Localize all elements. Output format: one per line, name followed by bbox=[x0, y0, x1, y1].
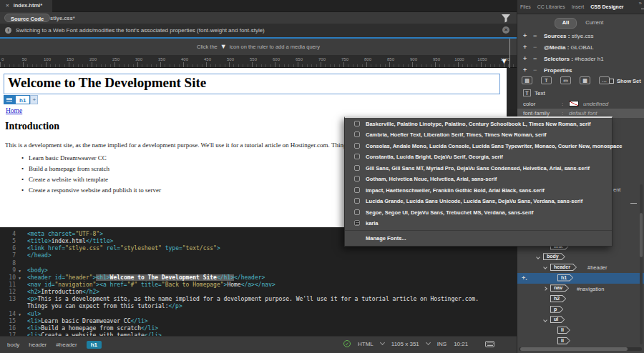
chevron-down-icon[interactable] bbox=[543, 266, 547, 270]
close-tab-icon[interactable]: × bbox=[6, 2, 9, 9]
dom-tree-row-li[interactable]: li bbox=[517, 326, 644, 337]
code-line[interactable]: 11<nav id="navigation"><a href="#" title… bbox=[0, 282, 517, 289]
tag-selector-item[interactable]: body bbox=[7, 342, 19, 348]
viewport-size[interactable]: 1105 x 351 bbox=[391, 341, 419, 347]
font-stack-option[interactable]: Segoe, Segoe UI, DejaVu Sans, Trebuchet … bbox=[345, 207, 612, 218]
font-checkbox-icon[interactable] bbox=[354, 198, 360, 204]
page-heading[interactable]: Welcome to The Development Site bbox=[8, 75, 206, 91]
code-line[interactable]: Things you can expect from this tutorial… bbox=[0, 303, 517, 310]
dom-tag-badge[interactable]: header bbox=[550, 264, 577, 271]
layout-properties-icon[interactable]: ▤ bbox=[522, 76, 532, 84]
code-line[interactable]: 16<li>Build a homepage from scratch</li> bbox=[0, 325, 517, 332]
dom-tree-row-h1[interactable]: +.h1 bbox=[517, 273, 644, 284]
tag-selector-item[interactable]: #header bbox=[56, 342, 77, 348]
border-properties-icon[interactable]: ▭ bbox=[560, 76, 571, 84]
chevron-down-icon[interactable] bbox=[536, 255, 540, 259]
text-properties-icon[interactable]: T bbox=[541, 76, 552, 84]
dom-add-element-icon[interactable]: +. bbox=[522, 274, 527, 282]
dom-tag-badge[interactable]: li bbox=[557, 337, 570, 344]
chevron-right-icon[interactable] bbox=[543, 287, 547, 291]
code-line[interactable]: 7</head> bbox=[0, 252, 517, 259]
font-stack-option[interactable]: Lucida Grande, Lucida Sans Unicode, Luci… bbox=[345, 196, 612, 207]
dom-tag-badge[interactable]: nav bbox=[550, 284, 569, 292]
font-checkbox-icon[interactable] bbox=[354, 165, 360, 171]
remove-property-icon[interactable]: − bbox=[533, 66, 537, 74]
panel-tab-css-designer[interactable]: CSS Designer bbox=[590, 4, 623, 9]
element-tag-label[interactable]: h1 bbox=[15, 95, 30, 104]
list-item[interactable]: Create a website with template bbox=[21, 176, 161, 187]
preview-device-icon[interactable] bbox=[485, 341, 494, 347]
list-item[interactable]: Learn basic Dreamweaver CC bbox=[21, 154, 161, 165]
collapse-panels-icon[interactable]: » bbox=[639, 0, 642, 6]
manage-fonts-option[interactable]: Manage Fonts... bbox=[345, 232, 612, 243]
code-line[interactable]: 15<li>Learn basic Dreamweaver CC</li> bbox=[0, 318, 517, 325]
list-item[interactable]: Create a responsive website and publish … bbox=[21, 187, 161, 197]
dom-tree-row-li[interactable]: li bbox=[517, 336, 644, 347]
web-font-icon[interactable] bbox=[354, 220, 360, 226]
sources-label[interactable]: Sources : stlye.css bbox=[544, 33, 593, 39]
selectors-label[interactable]: Selectors : #header h1 bbox=[544, 56, 604, 62]
dom-tag-badge[interactable]: p bbox=[550, 306, 563, 313]
panel-tab-cc-libraries[interactable]: CC Libraries bbox=[537, 4, 565, 9]
font-stack-option[interactable]: Gill Sans, Gill Sans MT, Myriad Pro, Dej… bbox=[345, 162, 612, 174]
dom-tag-badge[interactable]: h1 bbox=[557, 274, 573, 282]
add-property-icon[interactable]: + bbox=[523, 66, 527, 74]
doctype-chevron-icon[interactable] bbox=[380, 340, 385, 345]
panel-tab-insert[interactable]: Insert bbox=[572, 4, 585, 9]
tag-selector-item[interactable]: header bbox=[29, 342, 47, 348]
scope-all-button[interactable]: All bbox=[555, 18, 577, 29]
element-add-icon[interactable]: + bbox=[30, 95, 38, 104]
dismiss-notification-icon[interactable]: × bbox=[502, 26, 509, 34]
font-checkbox-icon[interactable] bbox=[354, 131, 360, 137]
code-fold-icon[interactable]: ▼ bbox=[19, 311, 21, 318]
font-checkbox-icon[interactable] bbox=[354, 154, 360, 159]
horizontal-ruler[interactable]: 0501001502002503003504004505005506006507… bbox=[0, 55, 517, 68]
viewport-edge-line[interactable] bbox=[509, 39, 510, 68]
introduction-heading[interactable]: Introduction bbox=[5, 121, 59, 132]
font-stack-option[interactable]: Impact, Haettenschweiler, Franklin Gothi… bbox=[345, 184, 612, 196]
code-fold-icon[interactable]: ▼ bbox=[19, 274, 21, 282]
font-stack-option[interactable]: Consolas, Andale Mono, Lucida Console, L… bbox=[345, 140, 612, 151]
panel-tab-files[interactable]: Files bbox=[520, 4, 531, 9]
font-stack-option[interactable]: Cambria, Hoefler Text, Liberation Serif,… bbox=[345, 129, 612, 141]
scope-current-button[interactable]: Current bbox=[581, 18, 608, 29]
show-set-checkbox[interactable] bbox=[609, 79, 614, 84]
dom-tag-badge[interactable]: h2 bbox=[550, 295, 566, 302]
add-source-icon[interactable]: + bbox=[523, 32, 527, 39]
code-line[interactable]: 14▼<ul> bbox=[0, 311, 517, 318]
add-selector-icon[interactable]: + bbox=[523, 55, 527, 62]
dom-tree-row-h2[interactable]: h2 bbox=[517, 294, 644, 304]
web-font-option-karla[interactable]: karla bbox=[345, 218, 612, 229]
show-set-toggle[interactable]: Show Set bbox=[609, 78, 641, 84]
add-media-query-icon[interactable]: ▼ bbox=[500, 57, 508, 65]
dom-tree-row-ul[interactable]: ul bbox=[517, 315, 644, 326]
font-checkbox-icon[interactable] bbox=[354, 121, 360, 126]
doctype-label[interactable]: HTML bbox=[358, 341, 374, 347]
element-menu-icon[interactable] bbox=[4, 95, 15, 104]
properties-label[interactable]: Properties bbox=[544, 67, 572, 74]
dom-tree-row-p[interactable]: p bbox=[517, 304, 644, 315]
color-swatch-none[interactable] bbox=[569, 101, 579, 106]
code-line[interactable]: 12<h2>Introduction</h2> bbox=[0, 289, 517, 296]
media-label[interactable]: @Media : GLOBAL bbox=[544, 44, 594, 51]
font-stack-option[interactable]: Constantia, Lucida Bright, DejaVu Serif,… bbox=[345, 151, 612, 163]
dom-tag-badge[interactable]: ul bbox=[550, 316, 565, 323]
more-properties-icon[interactable]: … bbox=[599, 76, 610, 84]
code-line[interactable]: 8 bbox=[0, 260, 517, 267]
font-checkbox-icon[interactable] bbox=[354, 143, 360, 149]
code-line[interactable]: 13<p>This is a development site, as the … bbox=[0, 296, 517, 303]
background-properties-icon[interactable]: ▦ bbox=[580, 76, 590, 84]
related-file-stlye-css[interactable]: stlye.css* bbox=[50, 15, 75, 21]
element-display-badge[interactable]: h1 + bbox=[4, 95, 38, 104]
viewport-chevron-icon[interactable] bbox=[426, 340, 431, 345]
font-checkbox-icon[interactable] bbox=[354, 176, 360, 182]
font-checkbox-icon[interactable] bbox=[354, 187, 360, 193]
dom-tree-row-body[interactable]: body bbox=[517, 252, 644, 263]
code-line[interactable]: 10▼<header id="header"><h1>Welcome to Th… bbox=[0, 274, 517, 282]
source-code-button[interactable]: Source Code bbox=[4, 14, 50, 22]
home-link[interactable]: Home bbox=[6, 107, 22, 114]
color-property-row[interactable]: color : undefined bbox=[517, 99, 644, 109]
list-item[interactable]: Build a homepage from scratch bbox=[21, 165, 161, 176]
font-stack-option[interactable]: Gotham, Helvetica Neue, Helvetica, Arial… bbox=[345, 174, 612, 185]
font-stack-option[interactable]: Baskerville, Palatino Linotype, Palatino… bbox=[345, 118, 612, 129]
